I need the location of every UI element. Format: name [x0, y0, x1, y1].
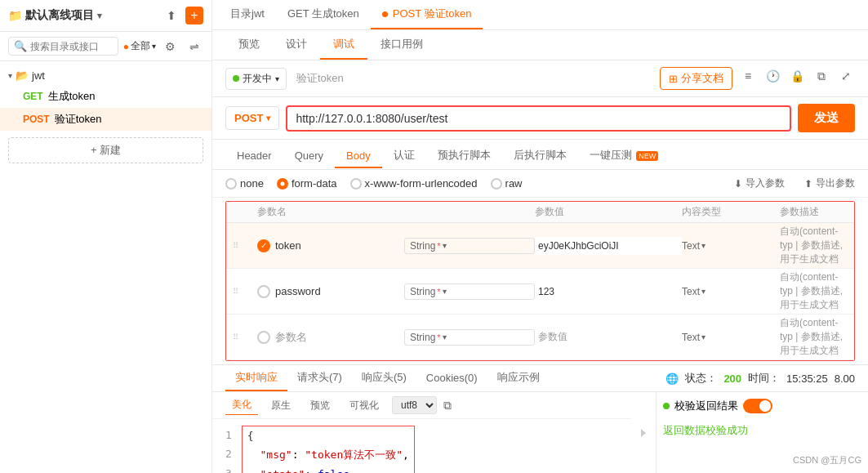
tab-stress-test[interactable]: 一键压测 NEW	[578, 143, 670, 169]
content-type-select[interactable]: Text ▾	[682, 240, 780, 252]
chevron-down-icon: ▾	[266, 114, 270, 123]
param-value[interactable]: 参数值	[535, 327, 682, 347]
filter-label: 全部	[131, 39, 150, 53]
chevron-down-icon: ▾	[701, 241, 706, 250]
sort-icon[interactable]: ⇌	[185, 38, 203, 56]
share-button[interactable]: ⊞ 分享文档	[660, 67, 732, 90]
size-value: 8.00	[835, 373, 855, 385]
encoding-select[interactable]: utf8	[392, 396, 437, 414]
filter-select[interactable]: ● 全部 ▾	[123, 39, 156, 53]
search-input[interactable]	[30, 41, 113, 52]
row-checkbox[interactable]	[257, 285, 270, 298]
tab-label: POST 验证token	[393, 7, 472, 21]
tab-preview[interactable]: 预览	[225, 30, 273, 60]
new-button[interactable]: + 新建	[8, 137, 203, 163]
time-label: 时间：	[748, 371, 780, 386]
lock-icon[interactable]: 🔒	[788, 67, 806, 85]
drag-handle[interactable]: ⠿	[233, 241, 257, 250]
fmt-preview[interactable]: 预览	[304, 396, 336, 415]
tab-header[interactable]: Header	[225, 145, 283, 168]
tab-auth[interactable]: 认证	[382, 143, 426, 169]
param-name: password	[275, 282, 321, 301]
divider-arrow[interactable]	[631, 392, 656, 473]
tab-post-token[interactable]: POST 验证token	[371, 0, 483, 29]
add-icon[interactable]: +	[185, 7, 203, 25]
param-name: 参数名	[275, 327, 307, 348]
sidebar-search: 🔍 ● 全部 ▾ ⚙ ⇌	[0, 32, 211, 61]
validate-toggle[interactable]	[743, 399, 772, 413]
table-row: ⠿ ✓ token String * ▾ eyJ0eKJhbGciOiJI Te…	[226, 223, 854, 269]
sidebar-title: 📁 默认离线项目 ▾	[8, 8, 102, 23]
tab-post-script[interactable]: 后执行脚本	[502, 143, 578, 169]
type-select[interactable]: String * ▾	[404, 283, 535, 300]
line-number: 3	[225, 464, 232, 473]
tab-response-example[interactable]: 响应示例	[487, 365, 550, 391]
response-body: 1 2 3 4 { "msg": "token算法不一致", "state": …	[212, 419, 631, 473]
radio-none[interactable]: none	[225, 177, 264, 190]
export-params-button[interactable]: ⬆ 导出参数	[804, 176, 855, 190]
drag-handle[interactable]: ⠿	[233, 332, 257, 341]
url-value: http://127.0.0.1:8080/user/test	[296, 112, 447, 125]
tab-response-headers[interactable]: 响应头(5)	[352, 365, 416, 391]
chevron-down-icon: ▾	[443, 332, 447, 341]
body-type-row: none form-data x-www-form-urlencoded raw…	[212, 170, 868, 198]
sidebar-item-get-token[interactable]: GET 生成token	[0, 85, 211, 108]
response-area: 实时响应 请求头(7) 响应头(5) Cookies(0) 响应示例 🌐 状态：…	[212, 364, 868, 473]
search-box[interactable]: 🔍	[8, 37, 118, 56]
upload-icon[interactable]: ⬆	[162, 7, 180, 25]
return-data-link[interactable]: 返回数据校验成功	[663, 423, 861, 438]
tab-directory[interactable]: 目录jwt	[219, 0, 276, 29]
tab-examples[interactable]: 接口用例	[367, 30, 436, 60]
content-type-select[interactable]: Text ▾	[682, 332, 780, 343]
param-value[interactable]: 123	[535, 283, 682, 301]
url-input[interactable]: http://127.0.0.1:8080/user/test	[286, 105, 791, 132]
tab-query[interactable]: Query	[283, 145, 335, 168]
method-select[interactable]: POST ▾	[225, 106, 279, 130]
param-value[interactable]: eyJ0eKJhbGciOiJI	[535, 237, 682, 255]
copy-icon[interactable]: ⧉	[812, 67, 830, 85]
expand-icon[interactable]: ⤢	[837, 67, 855, 85]
content-type-label: Text	[682, 286, 700, 297]
tab-realtime[interactable]: 实时响应	[225, 365, 287, 391]
tab-debug[interactable]: 调试	[320, 30, 367, 60]
content-type-select[interactable]: Text ▾	[682, 286, 780, 297]
api-name-input[interactable]	[293, 69, 653, 88]
import-params-button[interactable]: ⬇ 导入参数	[734, 176, 785, 190]
drag-handle[interactable]: ⠿	[233, 287, 257, 296]
radio-form-data[interactable]: form-data	[277, 177, 337, 190]
type-select[interactable]: String * ▾	[404, 329, 535, 346]
tree-folder-jwt[interactable]: ▾ 📂 jwt	[0, 66, 211, 85]
settings-icon[interactable]: ⚙	[161, 38, 179, 56]
tab-body[interactable]: Body	[335, 145, 382, 168]
tabs-bar: 目录jwt GET 生成token POST 验证token	[212, 0, 868, 30]
copy-icon[interactable]: ⧉	[443, 399, 452, 413]
list-icon[interactable]: ≡	[739, 67, 757, 85]
radio-circle	[491, 178, 502, 190]
code-line-3: "state": false	[247, 465, 409, 473]
globe-icon: 🌐	[665, 373, 679, 385]
row-checkbox[interactable]: ✓	[257, 239, 270, 252]
env-select[interactable]: 开发中 ▾	[225, 68, 287, 90]
fmt-visualize[interactable]: 可视化	[343, 396, 385, 415]
clock-icon[interactable]: 🕐	[763, 67, 781, 85]
radio-label: raw	[505, 177, 523, 190]
tab-pre-script[interactable]: 预执行脚本	[426, 143, 502, 169]
chevron-down-icon[interactable]: ▾	[97, 11, 102, 21]
send-button[interactable]: 发送	[798, 104, 855, 132]
radio-raw[interactable]: raw	[491, 177, 523, 190]
tab-get-token[interactable]: GET 生成token	[276, 0, 371, 29]
param-name: token	[275, 236, 301, 255]
row-checkbox[interactable]	[257, 331, 270, 344]
tab-label: 目录jwt	[230, 7, 265, 21]
download-icon: ⬇	[734, 178, 742, 190]
radio-urlencoded[interactable]: x-www-form-urlencoded	[350, 177, 478, 190]
tab-cookies[interactable]: Cookies(0)	[416, 367, 487, 390]
sidebar-item-post-token[interactable]: POST 验证token	[0, 108, 211, 131]
fmt-beautify[interactable]: 美化	[225, 395, 258, 415]
tab-request-headers[interactable]: 请求头(7)	[287, 365, 352, 391]
fmt-raw[interactable]: 原生	[265, 396, 297, 415]
code-content: { "msg": "token算法不一致", "state": false }	[242, 426, 618, 466]
radio-circle-checked	[277, 178, 288, 190]
tab-design[interactable]: 设计	[273, 30, 320, 60]
type-select[interactable]: String * ▾	[404, 238, 535, 254]
